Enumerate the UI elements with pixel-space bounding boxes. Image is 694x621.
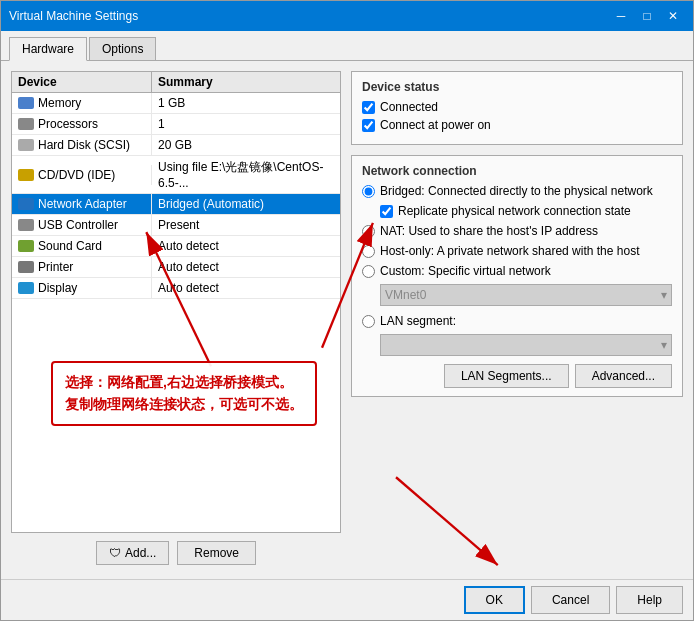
footer-buttons: OK Cancel Help <box>1 579 693 620</box>
table-row[interactable]: Memory 1 GB <box>12 93 340 114</box>
header-device: Device <box>12 72 152 92</box>
custom-label: Custom: Specific virtual network <box>380 264 551 278</box>
device-summary-cell: Using file E:\光盘镜像\CentOS-6.5-... <box>152 156 340 193</box>
device-name-cell: Printer <box>12 257 152 277</box>
custom-dropdown-row: VMnet0 ▾ <box>380 284 672 306</box>
device-summary-cell: Bridged (Automatic) <box>152 194 340 214</box>
connect-power-row: Connect at power on <box>362 118 672 132</box>
chevron-down-icon: ▾ <box>661 338 667 352</box>
device-status-title: Device status <box>362 80 672 94</box>
table-row[interactable]: Sound Card Auto detect <box>12 236 340 257</box>
nat-label: NAT: Used to share the host's IP address <box>380 224 598 238</box>
usb-icon <box>18 219 34 231</box>
connected-label: Connected <box>380 100 438 114</box>
replicate-checkbox[interactable] <box>380 205 393 218</box>
table-row[interactable]: Hard Disk (SCSI) 20 GB <box>12 135 340 156</box>
nat-radio[interactable] <box>362 225 375 238</box>
cancel-button[interactable]: Cancel <box>531 586 610 614</box>
device-name-cell: Memory <box>12 93 152 113</box>
bridged-radio-row: Bridged: Connected directly to the physi… <box>362 184 672 198</box>
device-status-group: Device status Connected Connect at power… <box>351 71 683 145</box>
connect-power-checkbox[interactable] <box>362 119 375 132</box>
lan-segment-row: LAN segment: <box>362 314 672 328</box>
device-name-cell: CD/DVD (IDE) <box>12 165 152 185</box>
virtual-machine-settings-window: Virtual Machine Settings ─ □ ✕ Hardware … <box>0 0 694 621</box>
device-summary-cell: 1 GB <box>152 93 340 113</box>
display-icon <box>18 282 34 294</box>
device-summary-cell: Auto detect <box>152 257 340 277</box>
close-button[interactable]: ✕ <box>661 6 685 26</box>
tab-hardware[interactable]: Hardware <box>9 37 87 61</box>
network-connection-group: Network connection Bridged: Connected di… <box>351 155 683 397</box>
right-panel: Device status Connected Connect at power… <box>351 71 683 569</box>
network-action-buttons: LAN Segments... Advanced... <box>362 364 672 388</box>
custom-radio[interactable] <box>362 265 375 278</box>
bridged-label: Bridged: Connected directly to the physi… <box>380 184 653 198</box>
advanced-button[interactable]: Advanced... <box>575 364 672 388</box>
table-row[interactable]: Printer Auto detect <box>12 257 340 278</box>
replicate-row: Replicate physical network connection st… <box>380 204 672 218</box>
connect-power-label: Connect at power on <box>380 118 491 132</box>
device-name-cell: Sound Card <box>12 236 152 256</box>
device-summary-cell: 1 <box>152 114 340 134</box>
tab-options[interactable]: Options <box>89 37 156 60</box>
table-row[interactable]: Network Adapter Bridged (Automatic) <box>12 194 340 215</box>
ok-button[interactable]: OK <box>464 586 525 614</box>
device-name-cell: Display <box>12 278 152 298</box>
table-row[interactable]: USB Controller Present <box>12 215 340 236</box>
title-bar-buttons: ─ □ ✕ <box>609 6 685 26</box>
device-name-cell: Network Adapter <box>12 194 152 214</box>
content-area: Device Summary Memory 1 GB Processors 1 … <box>1 61 693 579</box>
device-summary-cell: Auto detect <box>152 278 340 298</box>
device-summary-cell: Present <box>152 215 340 235</box>
vmnet-dropdown[interactable]: VMnet0 ▾ <box>380 284 672 306</box>
table-row[interactable]: CD/DVD (IDE) Using file E:\光盘镜像\CentOS-6… <box>12 156 340 194</box>
lan-label: LAN segment: <box>380 314 456 328</box>
add-button[interactable]: 🛡 Add... <box>96 541 169 565</box>
lan-input-row: ▾ <box>380 334 672 356</box>
minimize-button[interactable]: ─ <box>609 6 633 26</box>
device-name-cell: USB Controller <box>12 215 152 235</box>
title-bar: Virtual Machine Settings ─ □ ✕ <box>1 1 693 31</box>
bottom-buttons: 🛡 Add... Remove <box>11 533 341 569</box>
network-icon <box>18 198 34 210</box>
shield-icon: 🛡 <box>109 546 121 560</box>
lan-radio[interactable] <box>362 315 375 328</box>
device-table: Device Summary Memory 1 GB Processors 1 … <box>11 71 341 533</box>
disk-icon <box>18 139 34 151</box>
memory-icon <box>18 97 34 109</box>
device-name-cell: Processors <box>12 114 152 134</box>
table-row[interactable]: Display Auto detect <box>12 278 340 299</box>
window-title: Virtual Machine Settings <box>9 9 138 23</box>
custom-radio-row: Custom: Specific virtual network <box>362 264 672 278</box>
left-panel: Device Summary Memory 1 GB Processors 1 … <box>11 71 341 569</box>
hostonly-radio-row: Host-only: A private network shared with… <box>362 244 672 258</box>
bridged-radio[interactable] <box>362 185 375 198</box>
lan-input[interactable]: ▾ <box>380 334 672 356</box>
connected-row: Connected <box>362 100 672 114</box>
chevron-down-icon: ▾ <box>661 288 667 302</box>
connected-checkbox[interactable] <box>362 101 375 114</box>
tab-bar: Hardware Options <box>1 31 693 61</box>
printer-icon <box>18 261 34 273</box>
network-connection-title: Network connection <box>362 164 672 178</box>
maximize-button[interactable]: □ <box>635 6 659 26</box>
device-rows-container: Memory 1 GB Processors 1 Hard Disk (SCSI… <box>12 93 340 299</box>
cd-icon <box>18 169 34 181</box>
sound-icon <box>18 240 34 252</box>
remove-button[interactable]: Remove <box>177 541 256 565</box>
device-summary-cell: Auto detect <box>152 236 340 256</box>
main-content-area: Device Summary Memory 1 GB Processors 1 … <box>1 61 693 579</box>
replicate-label: Replicate physical network connection st… <box>398 204 631 218</box>
table-row[interactable]: Processors 1 <box>12 114 340 135</box>
hostonly-label: Host-only: A private network shared with… <box>380 244 639 258</box>
device-summary-cell: 20 GB <box>152 135 340 155</box>
help-button[interactable]: Help <box>616 586 683 614</box>
device-name-cell: Hard Disk (SCSI) <box>12 135 152 155</box>
lan-segments-button[interactable]: LAN Segments... <box>444 364 569 388</box>
hostonly-radio[interactable] <box>362 245 375 258</box>
cpu-icon <box>18 118 34 130</box>
table-header: Device Summary <box>12 72 340 93</box>
nat-radio-row: NAT: Used to share the host's IP address <box>362 224 672 238</box>
header-summary: Summary <box>152 72 340 92</box>
